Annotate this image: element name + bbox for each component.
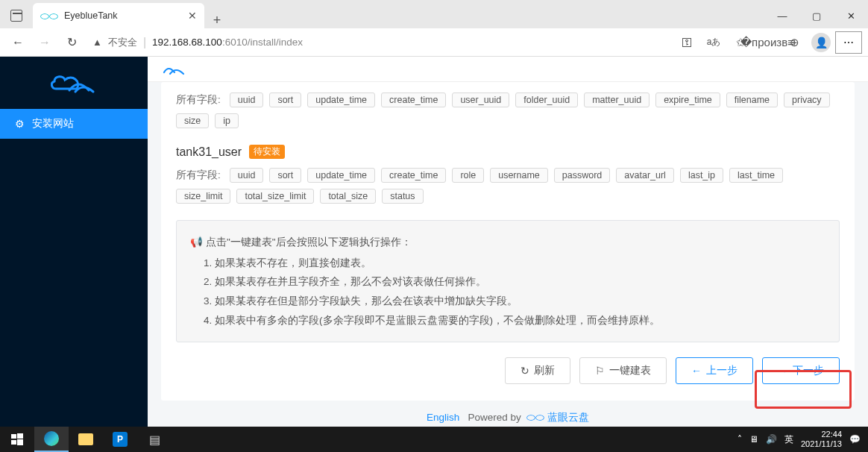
taskbar-explorer-icon[interactable] — [69, 427, 103, 452]
page-footer: English Powered by ⬭⬭ 蓝眼云盘 — [148, 401, 868, 427]
content-topbar — [148, 57, 868, 82]
field-tag: uuid — [230, 92, 264, 107]
start-button[interactable] — [0, 427, 34, 452]
create-tables-button[interactable]: ⚐一键建表 — [579, 357, 667, 384]
more-menu-button[interactable]: ⋯ 设置及其他 (Alt+F) — [835, 31, 862, 54]
svg-rect-0 — [11, 434, 16, 439]
field-tag: filename — [726, 92, 778, 107]
insecure-label: 不安全 — [108, 36, 137, 49]
flag-icon: ⚐ — [595, 365, 605, 377]
tray-chevron-icon[interactable]: ˄ — [738, 434, 742, 445]
info-intro: 点击"一键建表"后会按照以下逻辑执行操作： — [206, 236, 412, 248]
refresh-button[interactable]: ↻刷新 — [505, 357, 570, 384]
nav-refresh-button[interactable]: ↻ — [60, 31, 84, 54]
field-tag: user_uuid — [452, 92, 509, 107]
refresh-icon: ↻ — [521, 365, 529, 377]
tray-clock[interactable]: 22:44 2021/11/13 — [801, 430, 842, 448]
collections-icon[interactable]: ⊕ — [781, 31, 807, 54]
window-minimize-button[interactable]: — — [765, 3, 799, 28]
insecure-warning-icon: ▲ — [92, 37, 102, 48]
prev-step-button[interactable]: ←上一步 — [676, 357, 753, 384]
info-list-item: 3. 如果某表存在但是部分字段缺失，那么会在该表中增加缺失字段。 — [204, 292, 825, 311]
tab-favicon: ⬭⬭ — [40, 10, 58, 22]
address-bar[interactable]: ▲ 不安全 | 192.168.68.100:6010/install/inde… — [87, 31, 671, 54]
info-list-item: 1. 如果某表不存在，则直接创建表。 — [204, 254, 825, 273]
profile-avatar[interactable]: 👤 — [808, 31, 834, 54]
field-tag: last_ip — [680, 168, 723, 183]
footer-logo-icon: ⬭⬭ — [526, 412, 544, 423]
fields-label: 所有字段: — [176, 169, 221, 182]
field-tag: expire_time — [655, 92, 720, 107]
app-logo — [0, 57, 148, 109]
tray-notifications-icon[interactable]: 💬 — [849, 434, 861, 445]
field-tag: folder_uuid — [515, 92, 578, 107]
url-text: 192.168.68.100:6010/install/index — [152, 37, 303, 48]
favorites-bar-icon[interactable]: �произв≡ — [755, 31, 780, 54]
field-tag: uuid — [230, 168, 264, 183]
nav-back-button[interactable]: ← — [6, 31, 30, 54]
field-tag: create_time — [381, 168, 446, 183]
window-maximize-button[interactable]: ▢ — [799, 3, 834, 28]
nav-forward-button: → — [33, 31, 57, 54]
tab-actions-button[interactable] — [0, 3, 33, 28]
status-badge: 待安装 — [249, 145, 285, 159]
arrow-right-icon: → — [778, 365, 788, 377]
speaker-icon: 📢 — [190, 236, 203, 248]
url-separator: | — [143, 36, 146, 49]
field-tag: matter_uuid — [584, 92, 650, 107]
field-tag: size_limit — [176, 189, 230, 204]
tray-volume-icon[interactable]: 🔊 — [766, 434, 777, 445]
field-tag: password — [554, 168, 611, 183]
tab-title: EyeblueTank — [64, 10, 182, 21]
field-tag: update_time — [307, 92, 375, 107]
field-tag: total_size_limit — [236, 189, 314, 204]
tab-close-icon[interactable]: ✕ — [188, 10, 197, 22]
key-icon[interactable]: ⚿ — [674, 31, 699, 54]
powered-by-label: Powered by — [468, 412, 521, 423]
info-list-item: 2. 如果某表存在并且字段齐全，那么不会对该表做任何操作。 — [204, 272, 825, 292]
field-tag: username — [490, 168, 548, 183]
field-tag: ip — [215, 113, 239, 128]
read-aloud-icon[interactable]: aあ — [701, 31, 726, 54]
field-tag: role — [452, 168, 484, 183]
taskbar-app-icon[interactable]: ▤ — [137, 427, 172, 452]
field-tag: size — [176, 113, 209, 128]
topbar-logo-icon — [161, 62, 188, 77]
svg-rect-3 — [17, 439, 23, 445]
taskbar-app-p-icon[interactable]: P — [103, 427, 137, 452]
arrow-left-icon: ← — [691, 365, 702, 377]
info-panel: 📢点击"一键建表"后会按照以下逻辑执行操作： 1. 如果某表不存在，则直接创建表… — [176, 220, 840, 342]
sidebar-item-label: 安装网站 — [32, 117, 74, 131]
language-link[interactable]: English — [427, 412, 459, 423]
field-tag: privacy — [784, 92, 830, 107]
windows-taskbar[interactable]: P ▤ ˄ 🖥 🔊 英 22:44 2021/11/13 💬 — [0, 427, 868, 452]
field-tag: sort — [269, 168, 301, 183]
new-tab-button[interactable]: + — [204, 13, 230, 28]
svg-rect-1 — [17, 433, 23, 439]
tray-network-icon[interactable]: 🖥 — [749, 434, 758, 445]
field-tag: sort — [269, 92, 301, 107]
sidebar-item-install[interactable]: ⚙ 安装网站 — [0, 109, 148, 139]
sidebar: ⚙ 安装网站 — [0, 57, 148, 427]
field-tag: avatar_url — [616, 168, 674, 183]
info-list-item: 4. 如果表中有多余的字段(多余字段即不是蓝眼云盘需要的字段)，不会做删除处理，… — [204, 311, 825, 330]
gear-icon: ⚙ — [15, 118, 25, 130]
fields-label: 所有字段: — [176, 93, 221, 107]
field-tag: last_time — [729, 168, 783, 183]
brand-link[interactable]: 蓝眼云盘 — [547, 412, 589, 423]
tray-ime-indicator[interactable]: 英 — [784, 433, 793, 446]
browser-tab[interactable]: ⬭⬭ EyeblueTank ✕ — [33, 3, 204, 28]
field-tag: update_time — [307, 168, 375, 183]
field-tag: create_time — [381, 92, 446, 107]
next-step-button[interactable]: →下一步 — [762, 357, 840, 384]
window-close-button[interactable]: ✕ — [834, 3, 868, 28]
field-tag: total_size — [320, 189, 376, 204]
taskbar-edge-icon[interactable] — [34, 427, 69, 452]
field-tag: status — [382, 189, 423, 204]
table-name: tank31_user — [176, 145, 242, 159]
svg-rect-2 — [11, 440, 16, 445]
